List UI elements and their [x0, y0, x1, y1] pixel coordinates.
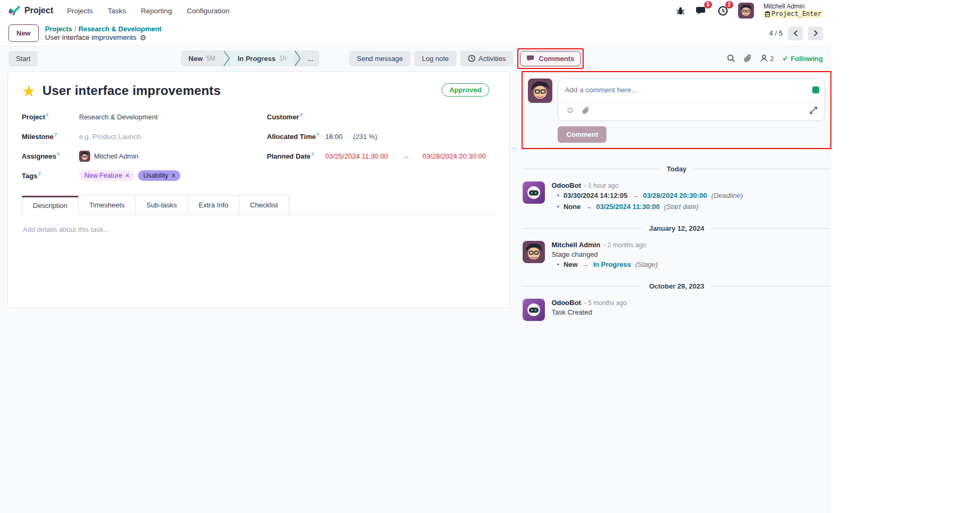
- comments-button[interactable]: Comments: [520, 51, 581, 66]
- menu-projects[interactable]: Projects: [67, 7, 93, 15]
- app-title[interactable]: Project: [24, 6, 53, 15]
- stage-arrow-icon: [223, 50, 230, 66]
- odoobot-avatar: [523, 181, 545, 204]
- task-title[interactable]: User interface improvements: [42, 83, 221, 98]
- field-group: Project? Research & Development Mileston…: [22, 111, 496, 181]
- mitchell-avatar: [523, 241, 545, 263]
- activities-count-badge: 2: [725, 1, 734, 8]
- attach-file-icon[interactable]: [582, 107, 589, 115]
- database-icon: [765, 11, 770, 17]
- stage-more-button[interactable]: ...: [301, 50, 320, 66]
- stage-arrow-icon: [294, 50, 301, 66]
- planned-date-label: Planned Date?: [267, 152, 325, 160]
- date-divider: January 12, 2024: [523, 224, 830, 232]
- arrow-right-icon: →: [632, 192, 639, 199]
- comment-bubble-icon: [527, 55, 535, 62]
- following-button[interactable]: ✔ Following: [782, 55, 823, 63]
- notebook-tabs: Description Timesheets Sub-tasks Extra I…: [22, 195, 496, 215]
- menu-reporting[interactable]: Reporting: [141, 7, 172, 15]
- arrow-right-icon: →: [585, 203, 592, 211]
- assignee-chip[interactable]: Mitchell Admin: [79, 151, 138, 162]
- allocated-time-value[interactable]: 16:00: [325, 133, 343, 141]
- user-avatar[interactable]: [738, 3, 754, 19]
- annotation-comments-highlight: Comments: [517, 48, 584, 69]
- database-name: Project_Enter: [771, 11, 821, 18]
- search-messages-icon[interactable]: [727, 54, 735, 63]
- tag-usability[interactable]: Usability ×: [138, 170, 181, 181]
- attachments-icon[interactable]: [744, 54, 752, 63]
- tab-sub-tasks[interactable]: Sub-tasks: [136, 195, 188, 214]
- database-badge: Project_Enter: [764, 10, 823, 18]
- activities-button[interactable]: Activities: [461, 51, 513, 66]
- breadcrumb: Projects/Research & Development User int…: [45, 25, 162, 42]
- stage-new[interactable]: New 5M: [181, 50, 222, 66]
- menu-configuration[interactable]: Configuration: [187, 7, 229, 15]
- message-author[interactable]: Mitchell Admin: [551, 241, 600, 249]
- help-icon: ?: [38, 171, 41, 177]
- help-icon: ?: [57, 152, 60, 157]
- planned-date-end[interactable]: 03/28/2024 20:30:00: [422, 152, 485, 160]
- project-value[interactable]: Research & Development: [79, 113, 158, 121]
- priority-star-icon[interactable]: ★: [22, 83, 36, 99]
- tag-new-feature[interactable]: New Feature ×: [79, 170, 135, 181]
- debug-bug-icon[interactable]: [674, 5, 686, 16]
- chatter-panel: ☺ Comment: [522, 71, 831, 335]
- help-icon: ?: [46, 112, 49, 118]
- online-status-indicator: [812, 86, 819, 93]
- messages-icon[interactable]: 5: [696, 5, 707, 16]
- tab-timesheets[interactable]: Timesheets: [79, 195, 136, 214]
- activities-clock-icon[interactable]: 2: [717, 5, 729, 16]
- tab-extra-info[interactable]: Extra Info: [188, 195, 240, 214]
- menu-tasks[interactable]: Tasks: [108, 7, 126, 15]
- milestone-input[interactable]: e.g. Product Launch: [79, 133, 141, 141]
- comment-input[interactable]: [558, 79, 812, 101]
- systray: 5 2 Mitchell Admin Project_Enter: [674, 3, 823, 19]
- submit-comment-button[interactable]: Comment: [558, 126, 606, 143]
- comment-composer: ☺ Comment: [528, 79, 825, 143]
- stage-in-progress[interactable]: In Progress 1h: [230, 50, 294, 66]
- breadcrumb-current-title: User interface improvements: [45, 33, 137, 42]
- send-message-button[interactable]: Send message: [349, 51, 410, 66]
- message-mitchell-stage: Mitchell Admin - 2 months ago Stage chan…: [523, 241, 830, 268]
- tag-remove-icon[interactable]: ×: [171, 172, 175, 179]
- field-allocated-time: Allocated Time? 16:00 (231 %): [267, 131, 496, 142]
- user-menu[interactable]: Mitchell Admin Project_Enter: [764, 3, 823, 18]
- new-button[interactable]: New: [8, 24, 39, 42]
- arrow-right-icon: →: [582, 260, 589, 268]
- message-odoobot-today: OdooBot - 1 hour ago • 03/30/2024 14:12:…: [523, 181, 830, 211]
- tag-remove-icon[interactable]: ×: [126, 172, 129, 179]
- breadcrumb-projects-link[interactable]: Projects: [45, 25, 72, 33]
- breadcrumb-parent-link[interactable]: Research & Development: [79, 25, 162, 33]
- pager-next-button[interactable]: [808, 27, 823, 40]
- message-feed: Today OdooBot - 1 hour ago: [522, 149, 831, 321]
- tab-checklist[interactable]: Checklist: [239, 195, 289, 214]
- odoo-logo-icon[interactable]: [8, 5, 20, 16]
- help-icon: ?: [54, 132, 57, 137]
- planned-date-start[interactable]: 03/25/2024 11:30:00: [325, 152, 388, 160]
- tab-description[interactable]: Description: [22, 196, 79, 215]
- expand-composer-icon[interactable]: [810, 107, 817, 114]
- allocated-time-percent: (231 %): [353, 133, 378, 141]
- log-note-button[interactable]: Log note: [414, 51, 456, 66]
- start-timer-button[interactable]: Start: [8, 51, 38, 66]
- bullet-icon: •: [557, 203, 559, 211]
- stage-in-progress-duration: 1h: [279, 55, 286, 62]
- date-divider: October 29, 2023: [523, 282, 830, 290]
- annotation-composer-highlight: ☺ Comment: [522, 71, 831, 149]
- help-icon: ?: [300, 112, 303, 118]
- gear-icon[interactable]: ⚙: [140, 33, 146, 42]
- person-icon: [760, 55, 768, 62]
- chatter-buttons: Send message Log note Activities Comment…: [349, 48, 584, 69]
- message-author[interactable]: OdooBot: [551, 299, 581, 307]
- assignee-avatar: [79, 151, 90, 162]
- message-odoobot-created: OdooBot - 5 months ago Task Created: [523, 299, 830, 321]
- date-divider-label: Today: [667, 165, 687, 173]
- message-author[interactable]: OdooBot: [551, 181, 581, 189]
- messages-count-badge: 5: [704, 1, 713, 8]
- emoji-icon[interactable]: ☺: [566, 106, 574, 115]
- pager-previous-button[interactable]: [788, 27, 803, 40]
- date-divider: Today: [523, 165, 830, 173]
- followers-button[interactable]: 2: [760, 55, 774, 63]
- description-input[interactable]: [23, 225, 495, 305]
- control-bar: Start New 5M In Progress 1h ... Send mes…: [0, 47, 831, 70]
